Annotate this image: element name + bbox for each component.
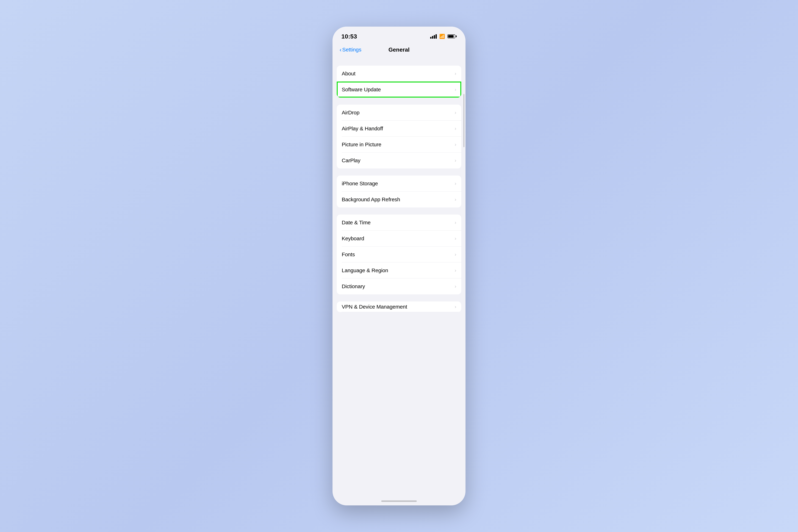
battery-icon	[448, 34, 457, 38]
vpn-device-management-row[interactable]: VPN & Device Management ›	[337, 302, 461, 312]
background-app-refresh-chevron-icon: ›	[455, 197, 456, 202]
content-area: About › Software Update › AirDrop › AirP…	[332, 58, 466, 506]
iphone-storage-chevron-icon: ›	[455, 181, 456, 186]
airdrop-label: AirDrop	[342, 110, 359, 116]
section-5-card: VPN & Device Management ›	[337, 302, 461, 312]
airplay-handoff-chevron-icon: ›	[455, 126, 456, 131]
carplay-label: CarPlay	[342, 157, 360, 164]
section-3-card: iPhone Storage › Background App Refresh …	[337, 175, 461, 208]
dictionary-chevron-icon: ›	[455, 284, 456, 289]
back-button[interactable]: ‹ Settings	[340, 46, 361, 53]
status-bar: 10:53 📶	[332, 26, 466, 42]
language-region-label: Language & Region	[342, 267, 388, 273]
dictionary-row[interactable]: Dictionary ›	[337, 279, 461, 294]
keyboard-row[interactable]: Keyboard ›	[337, 230, 461, 247]
language-region-row[interactable]: Language & Region ›	[337, 263, 461, 279]
fonts-row[interactable]: Fonts ›	[337, 247, 461, 263]
fonts-chevron-icon: ›	[455, 252, 456, 257]
phone-frame: 10:53 📶 ‹ Settings General	[332, 26, 466, 506]
signal-bar-2	[432, 36, 433, 39]
section-1-card: About › Software Update ›	[337, 65, 461, 97]
airdrop-chevron-icon: ›	[455, 110, 456, 115]
back-chevron-icon: ‹	[340, 47, 342, 53]
vpn-device-management-chevron-icon: ›	[455, 304, 456, 310]
carplay-chevron-icon: ›	[455, 158, 456, 163]
signal-bar-1	[430, 37, 432, 39]
iphone-storage-label: iPhone Storage	[342, 180, 378, 187]
about-row[interactable]: About ›	[337, 65, 461, 81]
dictionary-label: Dictionary	[342, 283, 365, 289]
gap-3	[332, 169, 466, 175]
status-icons: 📶	[430, 34, 457, 39]
scrollbar[interactable]	[463, 94, 464, 147]
fonts-label: Fonts	[342, 251, 355, 258]
signal-bar-3	[434, 35, 435, 39]
gap-2	[332, 97, 466, 104]
gap-1	[332, 62, 466, 65]
date-time-chevron-icon: ›	[455, 220, 456, 225]
vpn-device-management-label: VPN & Device Management	[342, 304, 407, 310]
section-4-card: Date & Time › Keyboard › Fonts › Languag…	[337, 214, 461, 294]
iphone-storage-row[interactable]: iPhone Storage ›	[337, 175, 461, 191]
back-label: Settings	[342, 46, 361, 53]
keyboard-chevron-icon: ›	[455, 236, 456, 241]
background-app-refresh-label: Background App Refresh	[342, 196, 400, 203]
keyboard-label: Keyboard	[342, 235, 364, 242]
background-app-refresh-row[interactable]: Background App Refresh ›	[337, 191, 461, 208]
language-region-chevron-icon: ›	[455, 268, 456, 273]
page-title: General	[388, 46, 410, 53]
battery-fill	[448, 35, 454, 38]
date-time-row[interactable]: Date & Time ›	[337, 214, 461, 230]
wifi-icon: 📶	[439, 34, 445, 39]
gap-4	[332, 208, 466, 214]
status-time: 10:53	[341, 33, 357, 40]
battery-tip	[456, 36, 457, 37]
signal-bar-4	[436, 34, 437, 39]
signal-bars-icon	[430, 34, 437, 39]
software-update-chevron-icon: ›	[455, 87, 456, 92]
carplay-row[interactable]: CarPlay ›	[337, 152, 461, 169]
about-label: About	[342, 71, 355, 77]
airplay-handoff-row[interactable]: AirPlay & Handoff ›	[337, 120, 461, 136]
battery-body	[448, 34, 455, 38]
airplay-handoff-label: AirPlay & Handoff	[342, 126, 383, 132]
software-update-label: Software Update	[342, 87, 381, 93]
airdrop-row[interactable]: AirDrop ›	[337, 104, 461, 120]
date-time-label: Date & Time	[342, 220, 370, 226]
gap-5	[332, 294, 466, 302]
home-indicator	[381, 500, 417, 502]
about-chevron-icon: ›	[455, 71, 456, 76]
picture-in-picture-label: Picture in Picture	[342, 141, 381, 148]
picture-in-picture-row[interactable]: Picture in Picture ›	[337, 136, 461, 152]
picture-in-picture-chevron-icon: ›	[455, 142, 456, 147]
section-2-card: AirDrop › AirPlay & Handoff › Picture in…	[337, 104, 461, 169]
nav-bar: ‹ Settings General	[332, 42, 466, 58]
software-update-row[interactable]: Software Update ›	[337, 81, 461, 97]
